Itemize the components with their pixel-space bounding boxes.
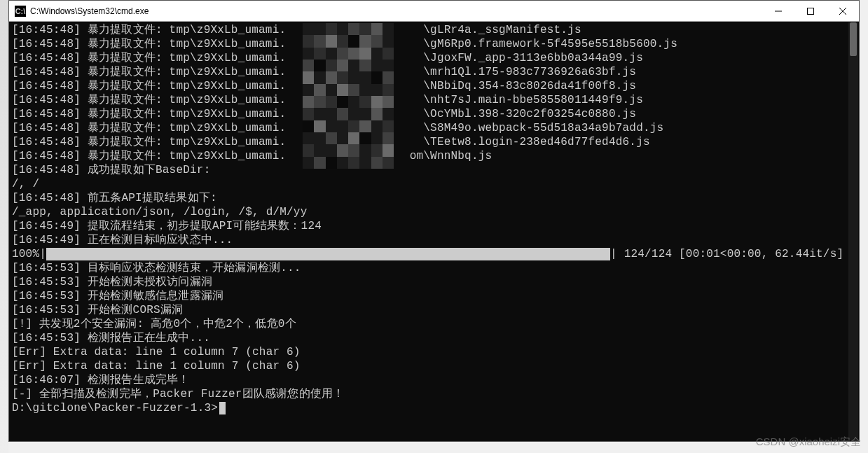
terminal-line: [16:45:53] 检测报告正在生成中... [12, 331, 856, 345]
terminal-line: [16:45:48] 前五条API提取结果如下: [12, 191, 856, 205]
progress-stats: 124/124 [00:01<00:00, 62.44it/s] [617, 247, 843, 261]
window-title: C:\Windows\System32\cmd.exe [30, 6, 149, 16]
terminal-line: [Err] Extra data: line 1 column 7 (char … [12, 345, 856, 359]
terminal-output[interactable]: [16:45:48] 暴力提取文件: tmp\z9XxLb_umami. \gL… [9, 22, 859, 441]
terminal-line: [16:45:49] 正在检测目标响应状态中... [12, 233, 856, 247]
progress-bar [46, 248, 610, 260]
terminal-line: [16:45:48] 暴力提取文件: tmp\z9XxLb_umami. \NB… [12, 79, 856, 93]
progress-percent: 100%| [12, 247, 46, 261]
terminal-line: [16:45:49] 提取流程结束，初步提取API可能结果数：124 [12, 219, 856, 233]
cmd-icon: C:\ [15, 6, 26, 17]
terminal-line: [-] 全部扫描及检测完毕，Packer Fuzzer团队感谢您的使用！ [12, 387, 856, 401]
terminal-line: [16:45:48] 成功提取如下BaseDir: [12, 163, 856, 177]
terminal-line: [16:45:48] 暴力提取文件: tmp\z9XxLb_umami. \gM… [12, 37, 856, 51]
svg-rect-1 [808, 8, 814, 14]
terminal-line: [16:45:53] 开始检测CORS漏洞 [12, 303, 856, 317]
prompt-line: D:\gitclone\Packer-Fuzzer-1.3> [12, 401, 856, 415]
terminal-line: [16:45:48] 暴力提取文件: tmp\z9XxLb_umami. \Jg… [12, 51, 856, 65]
terminal-line: [16:46:07] 检测报告生成完毕！ [12, 373, 856, 387]
background-strip [0, 0, 8, 453]
terminal-line: [16:45:48] 暴力提取文件: tmp\z9XxLb_umami. om\… [12, 149, 856, 163]
maximize-button[interactable] [794, 1, 827, 22]
window-controls [762, 1, 859, 22]
terminal-line: [16:45:53] 开始检测未授权访问漏洞 [12, 275, 856, 289]
terminal-line: [Err] Extra data: line 1 column 7 (char … [12, 359, 856, 373]
terminal-line: [16:45:48] 暴力提取文件: tmp\z9XxLb_umami. \TE… [12, 135, 856, 149]
titlebar[interactable]: C:\ C:\Windows\System32\cmd.exe [9, 1, 859, 22]
redacted-region [303, 23, 394, 169]
terminal-line: [16:45:53] 目标响应状态检测结束，开始漏洞检测... [12, 261, 856, 275]
terminal-line: [16:45:48] 暴力提取文件: tmp\z9XxLb_umami. \mr… [12, 65, 856, 79]
terminal-line: /, / [12, 177, 856, 191]
terminal-line: [16:45:48] 暴力提取文件: tmp\z9XxLb_umami. \Oc… [12, 107, 856, 121]
cursor [219, 402, 226, 414]
progress-line: 100%|| 124/124 [00:01<00:00, 62.44it/s] [12, 247, 856, 261]
close-button[interactable] [827, 1, 859, 22]
terminal-line: [!] 共发现2个安全漏洞: 高危0个，中危2个，低危0个 [12, 317, 856, 331]
scrollbar[interactable] [848, 22, 858, 440]
terminal-line: [16:45:48] 暴力提取文件: tmp\z9XxLb_umami. \S8… [12, 121, 856, 135]
terminal-line: [16:45:48] 暴力提取文件: tmp\z9XxLb_umami. \nh… [12, 93, 856, 107]
terminal-line: /_app, application/json, /login, /$, d/M… [12, 205, 856, 219]
cmd-window: C:\ C:\Windows\System32\cmd.exe [16:45:4… [8, 0, 860, 442]
terminal-line: [16:45:53] 开始检测敏感信息泄露漏洞 [12, 289, 856, 303]
watermark: CSDN @xiaoheizi安全 [756, 435, 861, 449]
scrollbar-thumb[interactable] [850, 22, 857, 56]
minimize-button[interactable] [762, 1, 794, 22]
terminal-line: [16:45:48] 暴力提取文件: tmp\z9XxLb_umami. \gL… [12, 23, 856, 37]
